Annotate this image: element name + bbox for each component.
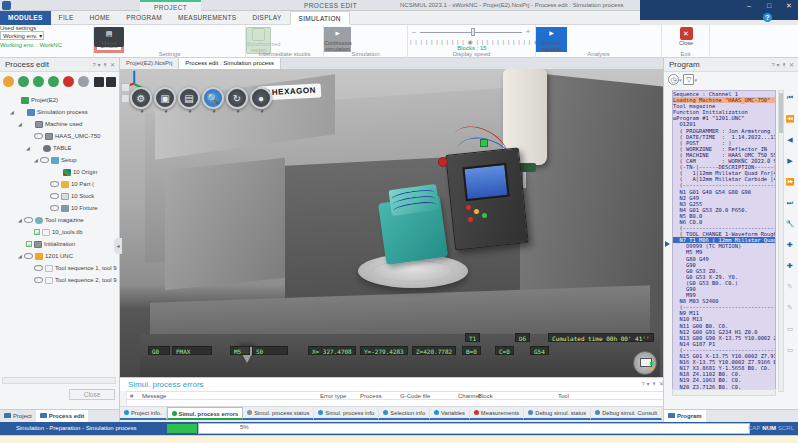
errors-column-header[interactable]: Channel [458, 393, 480, 399]
list-view-icon[interactable] [94, 77, 104, 87]
visibility-eye-icon[interactable] [34, 265, 43, 271]
program-nav-icon[interactable]: ▭ [784, 344, 796, 355]
bottom-tab[interactable]: Debug simul. status [524, 407, 591, 420]
program-nav-icon[interactable]: ✎ [784, 302, 796, 313]
gcode-line[interactable]: ( DATE/TIME : 1.14.2022...11:4 [673, 134, 775, 140]
workspace-tab-process-edit[interactable]: PROCESS EDIT [290, 0, 371, 11]
gcode-horizontal-scrollbar[interactable] [672, 389, 776, 396]
gcode-line[interactable]: (------------------------------ [673, 182, 775, 188]
chevron-down-icon[interactable]: ▾ [250, 109, 274, 113]
program-nav-icon[interactable]: ◀ [784, 134, 796, 145]
viewport-tab[interactable]: Process edit : Simulation process [179, 58, 281, 69]
tree-item[interactable]: 10 Fixture [2, 202, 118, 214]
gcode-listing[interactable]: Sequence : Channel 1Loading Machine "HAA… [672, 90, 776, 392]
viewport-tool-button[interactable]: ↻ ▾ [226, 87, 250, 113]
errors-column-header[interactable]: G-Code file [400, 393, 430, 399]
panel-collapse-handle[interactable]: ◂ [114, 238, 122, 254]
gcode-line[interactable]: ( PROGRAMMER : Jon Armstrong [673, 128, 775, 134]
errors-column-header[interactable]: Tool [558, 393, 569, 399]
visibility-eye-icon[interactable] [34, 277, 43, 283]
dock-icon-1[interactable] [121, 83, 130, 92]
program-nav-icon[interactable]: ▭ [784, 323, 796, 334]
tree-caret[interactable]: ◢ [18, 118, 24, 130]
tree-item[interactable]: ◢Tool magazine [2, 214, 118, 226]
tree-item[interactable]: Tool sequence 1, tool 9 [2, 262, 118, 274]
program-nav-icon[interactable]: 🔧 [784, 218, 796, 229]
program-nav-icon[interactable]: ⏮ [784, 92, 796, 103]
stop-icon[interactable] [63, 76, 74, 87]
ribbon-button[interactable]: ▤ Media [94, 27, 124, 47]
viewport-tool-button[interactable]: ▤ ▾ [178, 87, 202, 113]
bottom-tab[interactable]: Project info. [120, 407, 167, 420]
tree-item[interactable]: ◢Setup [2, 154, 118, 166]
bottom-tab[interactable]: Simul. process status [243, 407, 314, 420]
dock-icon-2[interactable] [121, 94, 130, 103]
ribbon-tab[interactable]: SIMULATION [290, 11, 350, 25]
refresh-icon[interactable] [18, 76, 29, 87]
filter-icon[interactable]: ▽ [683, 74, 694, 85]
visibility-eye-icon[interactable] [40, 157, 49, 163]
tree-item[interactable]: 10 Part ( [2, 178, 118, 190]
visibility-eye-icon[interactable] [34, 133, 43, 139]
chevron-down-icon[interactable]: ▾ [202, 109, 226, 113]
visibility-eye-icon[interactable] [50, 205, 59, 211]
workspace-tab-project[interactable]: PROJECT [140, 0, 201, 11]
ribbon-tab[interactable]: FILE [51, 11, 82, 25]
program-nav-icon[interactable]: ⏪ [784, 113, 796, 124]
ribbon-tab[interactable]: DISPLAY [244, 11, 289, 25]
tree-caret[interactable]: ◢ [26, 142, 32, 154]
ribbon-button[interactable]: Synchronized restart [246, 27, 271, 54]
viewport-tool-button[interactable]: ● ▾ [250, 87, 274, 113]
visibility-eye-icon[interactable] [24, 217, 33, 223]
toolbar-icon-1[interactable] [3, 76, 14, 87]
checkbox-icon[interactable]: ✓ [34, 229, 40, 235]
bottom-tab[interactable]: Variables [430, 407, 470, 420]
tree-caret[interactable]: ◢ [10, 106, 16, 118]
ribbon-button[interactable]: ▶ Surplus material [536, 27, 567, 52]
ribbon-tab[interactable]: MODULES [0, 11, 51, 25]
clock-icon[interactable]: ◷ [668, 74, 679, 85]
ribbon-tab[interactable]: MEASUREMENTS [170, 11, 245, 25]
program-nav-icon[interactable]: ⏭ [784, 197, 796, 208]
chevron-down-icon[interactable]: ▾ [130, 109, 154, 113]
tree-item[interactable]: ✓10_tools.tlb [2, 226, 118, 238]
errors-column-header[interactable]: Process [360, 393, 382, 399]
tree-item[interactable]: ✓Initialization [2, 238, 118, 250]
program-nav-icon[interactable]: ▶ [784, 155, 796, 166]
maximize-button[interactable]: □ [760, 0, 778, 11]
program-nav-icon[interactable]: ✚ [784, 239, 796, 250]
help-icon[interactable]: ? [763, 13, 772, 22]
program-nav-icon[interactable]: ⏩ [784, 176, 796, 187]
gcode-line[interactable]: N7 T1 M06 ( 12mm Millstar Quad F [673, 237, 775, 243]
errors-column-header[interactable]: Error type [320, 393, 346, 399]
ribbon-tab[interactable]: PROGRAM [118, 11, 170, 25]
errors-panel-controls[interactable]: ? ▾ 🖈 ✕ [642, 380, 664, 387]
tree-item[interactable]: ◢TABLE [2, 142, 118, 154]
chevron-down-icon[interactable]: ▾ [226, 109, 250, 113]
viewport-tool-button[interactable]: ▣ ▾ [154, 87, 178, 113]
gcode-line[interactable]: N13 G00 G90 X-13.75 Y10.0002 Z7. [673, 335, 775, 341]
viewport-tab[interactable]: Projet(E2).NcsPrj [120, 58, 179, 69]
program-nav-icon[interactable]: ✚ [784, 260, 796, 271]
tree-item[interactable]: Tool sequence 2, tool 9 [2, 274, 118, 286]
bottom-tab[interactable]: Selection info [379, 407, 430, 420]
tree-item[interactable]: ◢1201.UNC [2, 250, 118, 262]
display-speed-slider[interactable]: – + [412, 28, 530, 37]
slider-thumb[interactable] [471, 28, 475, 36]
used-settings-combo[interactable]: Working env. ▾ [0, 31, 44, 40]
errors-column-header[interactable]: Message [142, 393, 166, 399]
panel-header-controls[interactable]: ? ▾ 🖈 ✕ [93, 61, 115, 68]
errors-column-header[interactable]: # [130, 393, 133, 399]
tree-item[interactable]: ◢Machine used [2, 118, 118, 130]
close-process-button[interactable]: ✕ Close [671, 27, 701, 47]
tree-horizontal-scrollbar[interactable] [2, 377, 116, 384]
minimize-button[interactable]: – [740, 0, 758, 11]
checkbox-icon[interactable]: ✓ [26, 241, 32, 247]
viewport-corner-button[interactable] [633, 351, 657, 375]
tree-item[interactable]: 10 Origin [2, 166, 118, 178]
bottom-tab[interactable]: Simul. process errors [167, 407, 244, 420]
visibility-eye-icon[interactable] [50, 193, 59, 199]
bottom-tab[interactable]: Simul. process info [314, 407, 379, 420]
errors-column-header[interactable]: Block [478, 393, 493, 399]
detail-view-icon[interactable] [106, 77, 116, 87]
